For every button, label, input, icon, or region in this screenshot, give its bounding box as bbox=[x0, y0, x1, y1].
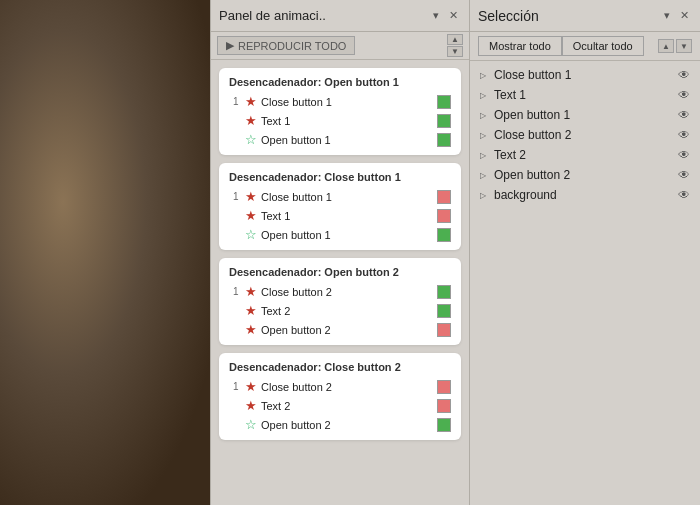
anim-row[interactable]: ☆ Open button 1 bbox=[229, 132, 451, 147]
anim-row[interactable]: 1 ★ Close button 2 bbox=[229, 379, 451, 394]
color-box bbox=[437, 285, 451, 299]
trigger-title-4: Desencadenador: Close button 2 bbox=[229, 361, 451, 373]
star-outline-icon: ☆ bbox=[245, 227, 257, 242]
expand-icon: ▷ bbox=[480, 71, 488, 80]
trigger-block-open-button-1: Desencadenador: Open button 1 1 ★ Close … bbox=[219, 68, 461, 155]
visibility-icon[interactable]: 👁 bbox=[678, 188, 690, 202]
color-box bbox=[437, 114, 451, 128]
dropdown-icon[interactable]: ▾ bbox=[430, 8, 442, 23]
color-box bbox=[437, 228, 451, 242]
selection-panel-controls: ▾ ✕ bbox=[661, 8, 692, 23]
trigger-block-open-button-2: Desencadenador: Open button 2 1 ★ Close … bbox=[219, 258, 461, 345]
image-panel bbox=[0, 0, 210, 505]
animation-panel-controls: ▾ ✕ bbox=[430, 8, 461, 23]
sel-show-hide-buttons: Mostrar todo Ocultar todo bbox=[478, 36, 644, 56]
color-box bbox=[437, 209, 451, 223]
selection-panel: Selección ▾ ✕ Mostrar todo Ocultar todo … bbox=[470, 0, 700, 505]
sel-item-text-1[interactable]: ▷ Text 1 👁 bbox=[470, 85, 700, 105]
visibility-icon[interactable]: 👁 bbox=[678, 88, 690, 102]
animation-panel-header: Panel de animaci.. ▾ ✕ bbox=[211, 0, 469, 32]
color-box bbox=[437, 95, 451, 109]
expand-icon: ▷ bbox=[480, 131, 488, 140]
color-box bbox=[437, 380, 451, 394]
anim-row[interactable]: 1 ★ Close button 1 bbox=[229, 94, 451, 109]
selection-panel-header: Selección ▾ ✕ bbox=[470, 0, 700, 32]
visibility-icon[interactable]: 👁 bbox=[678, 128, 690, 142]
expand-icon: ▷ bbox=[480, 111, 488, 120]
animation-panel: Panel de animaci.. ▾ ✕ ▶ REPRODUCIR TODO… bbox=[210, 0, 470, 505]
selection-toolbar: Mostrar todo Ocultar todo ▲ ▼ bbox=[470, 32, 700, 61]
anim-row[interactable]: 1 ★ Close button 1 bbox=[229, 189, 451, 204]
sel-item-open-button-2[interactable]: ▷ Open button 2 👁 bbox=[470, 165, 700, 185]
sel-item-text-2[interactable]: ▷ Text 2 👁 bbox=[470, 145, 700, 165]
scroll-buttons: ▲ ▼ bbox=[447, 34, 463, 57]
background-image bbox=[0, 0, 210, 505]
anim-row[interactable]: ☆ Open button 2 bbox=[229, 417, 451, 432]
color-box bbox=[437, 418, 451, 432]
play-all-button[interactable]: ▶ REPRODUCIR TODO bbox=[217, 36, 355, 55]
star-icon: ★ bbox=[245, 284, 257, 299]
play-icon: ▶ bbox=[226, 39, 234, 52]
animation-panel-title: Panel de animaci.. bbox=[219, 8, 430, 23]
hide-all-button[interactable]: Ocultar todo bbox=[562, 36, 644, 56]
star-icon: ★ bbox=[245, 398, 257, 413]
anim-row[interactable]: ★ Text 1 bbox=[229, 113, 451, 128]
star-icon: ★ bbox=[245, 322, 257, 337]
expand-icon: ▷ bbox=[480, 171, 488, 180]
anim-row[interactable]: ★ Text 1 bbox=[229, 208, 451, 223]
trigger-block-close-button-1: Desencadenador: Close button 1 1 ★ Close… bbox=[219, 163, 461, 250]
dropdown-sel-icon[interactable]: ▾ bbox=[661, 8, 673, 23]
close-animation-panel-button[interactable]: ✕ bbox=[446, 8, 461, 23]
trigger-block-close-button-2: Desencadenador: Close button 2 1 ★ Close… bbox=[219, 353, 461, 440]
scroll-up-button[interactable]: ▲ bbox=[447, 34, 463, 45]
star-icon: ★ bbox=[245, 113, 257, 128]
star-outline-icon: ☆ bbox=[245, 417, 257, 432]
play-bar: ▶ REPRODUCIR TODO ▲ ▼ bbox=[211, 32, 469, 60]
close-selection-panel-button[interactable]: ✕ bbox=[677, 8, 692, 23]
star-icon: ★ bbox=[245, 379, 257, 394]
anim-row[interactable]: ★ Text 2 bbox=[229, 303, 451, 318]
trigger-title-3: Desencadenador: Open button 2 bbox=[229, 266, 451, 278]
color-box bbox=[437, 133, 451, 147]
sel-item-close-button-2[interactable]: ▷ Close button 2 👁 bbox=[470, 125, 700, 145]
color-box bbox=[437, 323, 451, 337]
sel-item-close-button-1[interactable]: ▷ Close button 1 👁 bbox=[470, 65, 700, 85]
visibility-icon[interactable]: 👁 bbox=[678, 68, 690, 82]
animation-content: Desencadenador: Open button 1 1 ★ Close … bbox=[211, 60, 469, 505]
star-icon: ★ bbox=[245, 303, 257, 318]
color-box bbox=[437, 399, 451, 413]
selection-scroll-buttons: ▲ ▼ bbox=[658, 39, 692, 53]
color-box bbox=[437, 190, 451, 204]
expand-icon: ▷ bbox=[480, 151, 488, 160]
color-box bbox=[437, 304, 451, 318]
star-icon: ★ bbox=[245, 208, 257, 223]
selection-panel-title: Selección bbox=[478, 8, 661, 24]
sel-item-open-button-1[interactable]: ▷ Open button 1 👁 bbox=[470, 105, 700, 125]
visibility-icon[interactable]: 👁 bbox=[678, 148, 690, 162]
anim-row[interactable]: ★ Open button 2 bbox=[229, 322, 451, 337]
expand-icon: ▷ bbox=[480, 91, 488, 100]
selection-list: ▷ Close button 1 👁 ▷ Text 1 👁 ▷ Open but… bbox=[470, 61, 700, 505]
trigger-title-2: Desencadenador: Close button 1 bbox=[229, 171, 451, 183]
star-outline-icon: ☆ bbox=[245, 132, 257, 147]
visibility-icon[interactable]: 👁 bbox=[678, 108, 690, 122]
expand-icon: ▷ bbox=[480, 191, 488, 200]
scroll-down-button[interactable]: ▼ bbox=[447, 46, 463, 57]
sel-scroll-down-button[interactable]: ▼ bbox=[676, 39, 692, 53]
sel-scroll-up-button[interactable]: ▲ bbox=[658, 39, 674, 53]
anim-row[interactable]: ★ Text 2 bbox=[229, 398, 451, 413]
star-icon: ★ bbox=[245, 94, 257, 109]
star-icon: ★ bbox=[245, 189, 257, 204]
trigger-title-1: Desencadenador: Open button 1 bbox=[229, 76, 451, 88]
anim-row[interactable]: 1 ★ Close button 2 bbox=[229, 284, 451, 299]
sel-item-background[interactable]: ▷ background 👁 bbox=[470, 185, 700, 205]
show-all-button[interactable]: Mostrar todo bbox=[478, 36, 562, 56]
anim-row[interactable]: ☆ Open button 1 bbox=[229, 227, 451, 242]
visibility-icon[interactable]: 👁 bbox=[678, 168, 690, 182]
